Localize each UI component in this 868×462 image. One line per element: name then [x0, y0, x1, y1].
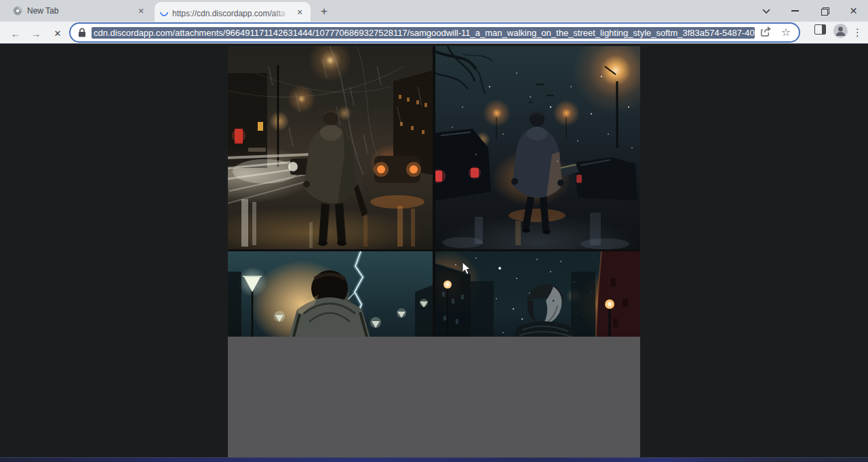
tab-close-icon[interactable]: ✕	[294, 7, 305, 18]
tab-close-icon[interactable]: ✕	[136, 5, 146, 16]
tab-title: New Tab	[27, 6, 132, 16]
back-button[interactable]: ←	[7, 24, 24, 42]
new-tab-button[interactable]: +	[317, 5, 331, 18]
tile3-art	[228, 251, 433, 337]
window-controls: ✕	[751, 0, 868, 22]
avatar-icon	[833, 24, 848, 38]
generated-image-grid[interactable]	[228, 46, 640, 457]
tab-new-tab[interactable]: New Tab ✕	[7, 0, 152, 22]
image-tile-3	[228, 251, 433, 337]
browser-window: New Tab ✕ https://cdn.discordapp.com/att…	[0, 0, 868, 462]
restore-button[interactable]	[810, 0, 839, 22]
tab-discord-image[interactable]: https://cdn.discordapp.com/atta ✕	[155, 2, 311, 22]
toolbar: ← → ✕ cdn.discordapp.com/attachments/966…	[0, 22, 868, 44]
share-icon[interactable]	[761, 26, 772, 39]
forward-button[interactable]: →	[27, 24, 45, 42]
side-panel-icon	[814, 24, 826, 35]
lock-icon[interactable]	[78, 28, 86, 37]
image-tile-2	[435, 46, 640, 249]
loading-spinner-icon	[159, 6, 170, 18]
mouse-cursor	[462, 261, 471, 275]
chrome-logo-icon	[12, 5, 23, 16]
tab-title: https://cdn.discordapp.com/atta	[172, 9, 285, 18]
address-bar[interactable]: cdn.discordapp.com/attachments/966491171…	[71, 24, 799, 41]
kebab-menu-button[interactable]: ⋮	[852, 24, 863, 41]
bookmark-star-icon[interactable]: ☆	[781, 27, 791, 38]
side-panel-button[interactable]	[814, 24, 826, 35]
image-loading-placeholder	[228, 337, 640, 457]
tile2-art	[435, 46, 640, 249]
page-content	[0, 44, 868, 457]
tile1-art	[228, 46, 433, 249]
close-button[interactable]: ✕	[839, 0, 868, 22]
stop-loading-button[interactable]: ✕	[49, 24, 66, 42]
profile-button[interactable]	[833, 24, 848, 38]
taskbar-edge[interactable]	[0, 457, 868, 462]
tab-strip: New Tab ✕ https://cdn.discordapp.com/att…	[0, 0, 868, 22]
url-text[interactable]: cdn.discordapp.com/attachments/966491171…	[92, 27, 755, 39]
minimize-button[interactable]	[781, 0, 810, 22]
image-tile-1	[228, 46, 433, 249]
chevron-down-icon[interactable]	[751, 0, 781, 22]
